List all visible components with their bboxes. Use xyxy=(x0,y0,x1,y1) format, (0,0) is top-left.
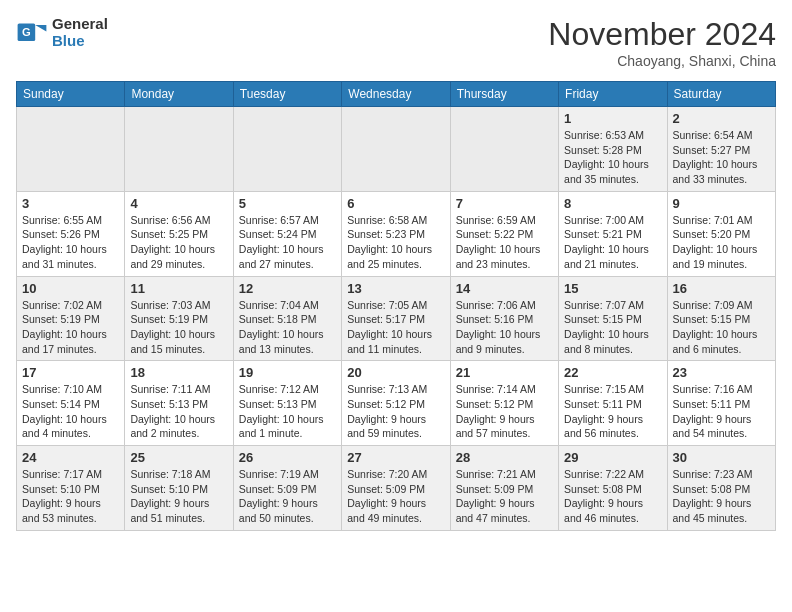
logo-text: General Blue xyxy=(52,16,108,49)
day-info: Sunrise: 7:07 AM Sunset: 5:15 PM Dayligh… xyxy=(564,298,661,357)
day-info: Sunrise: 7:18 AM Sunset: 5:10 PM Dayligh… xyxy=(130,467,227,526)
day-number: 8 xyxy=(564,196,661,211)
day-info: Sunrise: 7:09 AM Sunset: 5:15 PM Dayligh… xyxy=(673,298,770,357)
day-number: 10 xyxy=(22,281,119,296)
calendar-cell: 6Sunrise: 6:58 AM Sunset: 5:23 PM Daylig… xyxy=(342,191,450,276)
day-number: 7 xyxy=(456,196,553,211)
calendar-cell: 18Sunrise: 7:11 AM Sunset: 5:13 PM Dayli… xyxy=(125,361,233,446)
calendar-week-row: 1Sunrise: 6:53 AM Sunset: 5:28 PM Daylig… xyxy=(17,107,776,192)
weekday-header-sunday: Sunday xyxy=(17,82,125,107)
weekday-header-wednesday: Wednesday xyxy=(342,82,450,107)
day-number: 14 xyxy=(456,281,553,296)
calendar-cell: 1Sunrise: 6:53 AM Sunset: 5:28 PM Daylig… xyxy=(559,107,667,192)
day-number: 30 xyxy=(673,450,770,465)
calendar-cell xyxy=(17,107,125,192)
day-info: Sunrise: 7:10 AM Sunset: 5:14 PM Dayligh… xyxy=(22,382,119,441)
svg-text:G: G xyxy=(22,26,31,38)
calendar-cell: 30Sunrise: 7:23 AM Sunset: 5:08 PM Dayli… xyxy=(667,446,775,531)
day-number: 9 xyxy=(673,196,770,211)
logo-icon: G xyxy=(16,17,48,49)
calendar-cell: 5Sunrise: 6:57 AM Sunset: 5:24 PM Daylig… xyxy=(233,191,341,276)
day-info: Sunrise: 6:55 AM Sunset: 5:26 PM Dayligh… xyxy=(22,213,119,272)
calendar-week-row: 10Sunrise: 7:02 AM Sunset: 5:19 PM Dayli… xyxy=(17,276,776,361)
day-number: 21 xyxy=(456,365,553,380)
day-info: Sunrise: 7:22 AM Sunset: 5:08 PM Dayligh… xyxy=(564,467,661,526)
calendar-cell xyxy=(233,107,341,192)
day-number: 5 xyxy=(239,196,336,211)
calendar-cell: 25Sunrise: 7:18 AM Sunset: 5:10 PM Dayli… xyxy=(125,446,233,531)
calendar-cell: 22Sunrise: 7:15 AM Sunset: 5:11 PM Dayli… xyxy=(559,361,667,446)
day-info: Sunrise: 6:59 AM Sunset: 5:22 PM Dayligh… xyxy=(456,213,553,272)
day-number: 22 xyxy=(564,365,661,380)
calendar-cell: 28Sunrise: 7:21 AM Sunset: 5:09 PM Dayli… xyxy=(450,446,558,531)
day-info: Sunrise: 7:16 AM Sunset: 5:11 PM Dayligh… xyxy=(673,382,770,441)
day-number: 12 xyxy=(239,281,336,296)
calendar-cell: 23Sunrise: 7:16 AM Sunset: 5:11 PM Dayli… xyxy=(667,361,775,446)
day-info: Sunrise: 7:14 AM Sunset: 5:12 PM Dayligh… xyxy=(456,382,553,441)
day-number: 18 xyxy=(130,365,227,380)
day-info: Sunrise: 6:53 AM Sunset: 5:28 PM Dayligh… xyxy=(564,128,661,187)
day-info: Sunrise: 7:01 AM Sunset: 5:20 PM Dayligh… xyxy=(673,213,770,272)
day-number: 16 xyxy=(673,281,770,296)
calendar-cell: 8Sunrise: 7:00 AM Sunset: 5:21 PM Daylig… xyxy=(559,191,667,276)
calendar-cell xyxy=(342,107,450,192)
day-number: 23 xyxy=(673,365,770,380)
day-info: Sunrise: 7:12 AM Sunset: 5:13 PM Dayligh… xyxy=(239,382,336,441)
day-info: Sunrise: 7:13 AM Sunset: 5:12 PM Dayligh… xyxy=(347,382,444,441)
day-number: 13 xyxy=(347,281,444,296)
weekday-header-saturday: Saturday xyxy=(667,82,775,107)
calendar-week-row: 24Sunrise: 7:17 AM Sunset: 5:10 PM Dayli… xyxy=(17,446,776,531)
day-number: 6 xyxy=(347,196,444,211)
day-info: Sunrise: 7:21 AM Sunset: 5:09 PM Dayligh… xyxy=(456,467,553,526)
day-info: Sunrise: 7:00 AM Sunset: 5:21 PM Dayligh… xyxy=(564,213,661,272)
calendar-table: SundayMondayTuesdayWednesdayThursdayFrid… xyxy=(16,81,776,531)
day-number: 27 xyxy=(347,450,444,465)
weekday-header-monday: Monday xyxy=(125,82,233,107)
day-info: Sunrise: 7:05 AM Sunset: 5:17 PM Dayligh… xyxy=(347,298,444,357)
day-number: 11 xyxy=(130,281,227,296)
calendar-cell xyxy=(450,107,558,192)
calendar-cell: 12Sunrise: 7:04 AM Sunset: 5:18 PM Dayli… xyxy=(233,276,341,361)
day-info: Sunrise: 7:20 AM Sunset: 5:09 PM Dayligh… xyxy=(347,467,444,526)
page-header: G General Blue November 2024 Chaoyang, S… xyxy=(16,16,776,69)
logo: G General Blue xyxy=(16,16,108,49)
day-info: Sunrise: 6:54 AM Sunset: 5:27 PM Dayligh… xyxy=(673,128,770,187)
calendar-cell: 26Sunrise: 7:19 AM Sunset: 5:09 PM Dayli… xyxy=(233,446,341,531)
day-info: Sunrise: 6:57 AM Sunset: 5:24 PM Dayligh… xyxy=(239,213,336,272)
calendar-cell: 9Sunrise: 7:01 AM Sunset: 5:20 PM Daylig… xyxy=(667,191,775,276)
day-number: 1 xyxy=(564,111,661,126)
calendar-cell: 27Sunrise: 7:20 AM Sunset: 5:09 PM Dayli… xyxy=(342,446,450,531)
calendar-cell: 19Sunrise: 7:12 AM Sunset: 5:13 PM Dayli… xyxy=(233,361,341,446)
calendar-week-row: 3Sunrise: 6:55 AM Sunset: 5:26 PM Daylig… xyxy=(17,191,776,276)
day-info: Sunrise: 7:11 AM Sunset: 5:13 PM Dayligh… xyxy=(130,382,227,441)
day-info: Sunrise: 6:58 AM Sunset: 5:23 PM Dayligh… xyxy=(347,213,444,272)
day-info: Sunrise: 7:04 AM Sunset: 5:18 PM Dayligh… xyxy=(239,298,336,357)
day-number: 20 xyxy=(347,365,444,380)
calendar-cell: 16Sunrise: 7:09 AM Sunset: 5:15 PM Dayli… xyxy=(667,276,775,361)
calendar-cell: 13Sunrise: 7:05 AM Sunset: 5:17 PM Dayli… xyxy=(342,276,450,361)
day-info: Sunrise: 7:23 AM Sunset: 5:08 PM Dayligh… xyxy=(673,467,770,526)
weekday-header-thursday: Thursday xyxy=(450,82,558,107)
day-number: 24 xyxy=(22,450,119,465)
day-info: Sunrise: 6:56 AM Sunset: 5:25 PM Dayligh… xyxy=(130,213,227,272)
calendar-cell: 4Sunrise: 6:56 AM Sunset: 5:25 PM Daylig… xyxy=(125,191,233,276)
calendar-cell: 7Sunrise: 6:59 AM Sunset: 5:22 PM Daylig… xyxy=(450,191,558,276)
calendar-cell: 24Sunrise: 7:17 AM Sunset: 5:10 PM Dayli… xyxy=(17,446,125,531)
day-number: 26 xyxy=(239,450,336,465)
day-number: 29 xyxy=(564,450,661,465)
location-subtitle: Chaoyang, Shanxi, China xyxy=(548,53,776,69)
day-number: 15 xyxy=(564,281,661,296)
calendar-cell: 10Sunrise: 7:02 AM Sunset: 5:19 PM Dayli… xyxy=(17,276,125,361)
day-number: 19 xyxy=(239,365,336,380)
calendar-cell: 15Sunrise: 7:07 AM Sunset: 5:15 PM Dayli… xyxy=(559,276,667,361)
calendar-cell: 2Sunrise: 6:54 AM Sunset: 5:27 PM Daylig… xyxy=(667,107,775,192)
day-number: 25 xyxy=(130,450,227,465)
logo-general: General xyxy=(52,16,108,33)
svg-marker-2 xyxy=(35,25,46,31)
weekday-header-tuesday: Tuesday xyxy=(233,82,341,107)
title-area: November 2024 Chaoyang, Shanxi, China xyxy=(548,16,776,69)
day-info: Sunrise: 7:03 AM Sunset: 5:19 PM Dayligh… xyxy=(130,298,227,357)
day-number: 17 xyxy=(22,365,119,380)
calendar-week-row: 17Sunrise: 7:10 AM Sunset: 5:14 PM Dayli… xyxy=(17,361,776,446)
day-number: 28 xyxy=(456,450,553,465)
